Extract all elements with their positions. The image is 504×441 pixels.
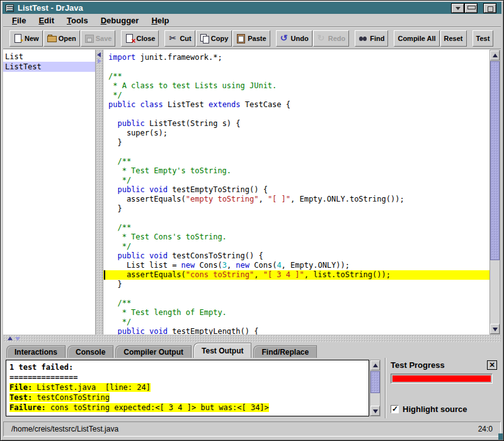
scrollbar-thumb[interactable] — [490, 61, 500, 260]
tab-find-replace[interactable]: Find/Replace — [253, 345, 317, 358]
file-list-item-listtest[interactable]: ListTest — [3, 62, 95, 72]
menu-item-file[interactable]: File — [6, 14, 32, 26]
drjava-window: ListTest - DrJava FileEditToolsDebuggerH… — [0, 0, 504, 441]
code-line-11[interactable] — [103, 147, 490, 157]
toolbar-button-paste[interactable]: Paste — [232, 30, 270, 47]
code-line-26[interactable] — [103, 289, 490, 299]
toolbar-button-cut[interactable]: Cut — [164, 30, 195, 47]
vertical-splitter[interactable] — [96, 50, 103, 335]
toolbar-button-redo[interactable]: Redo — [313, 30, 350, 47]
toolbar-button-label: Reset — [444, 35, 463, 42]
code-line-22[interactable]: public void testConsToString() { — [103, 251, 490, 261]
code-line-1[interactable]: import junit.framework.*; — [103, 53, 490, 62]
test-progress-title: Test Progress — [391, 360, 445, 370]
tab-interactions[interactable]: Interactions — [6, 345, 66, 358]
toolbar-button-test[interactable]: Test — [472, 30, 494, 47]
maximize-icon[interactable] — [464, 3, 478, 13]
horizontal-splitter[interactable] — [3, 335, 501, 343]
menu-item-help[interactable]: Help — [145, 14, 175, 26]
text-caret — [104, 270, 105, 280]
toolbar-button-copy[interactable]: Copy — [196, 30, 232, 47]
toolbar-button-label: Find — [370, 35, 384, 42]
toolbar-button-compile-all[interactable]: Compile All — [394, 30, 439, 47]
code-line-30[interactable]: public void testEmptyLength() { — [103, 327, 490, 335]
toolbar-button-undo[interactable]: Undo — [276, 30, 312, 47]
code-line-12[interactable]: /** — [103, 157, 490, 166]
status-bar: /home/creis/testsrc/ListTest.java 24:0 — [3, 421, 501, 437]
toolbar-button-open[interactable]: Open — [43, 30, 80, 47]
output-scrollbar[interactable] — [370, 360, 381, 416]
menu-item-tools[interactable]: Tools — [60, 14, 94, 26]
close-icon[interactable]: ✕ — [487, 360, 497, 370]
tab-compiler-output[interactable]: Compiler Output — [115, 345, 192, 358]
find-icon — [358, 34, 368, 43]
scroll-up-icon[interactable] — [370, 360, 380, 370]
code-line-21[interactable]: */ — [103, 242, 490, 251]
collapse-left-icon[interactable] — [97, 52, 101, 57]
title-bar[interactable]: ListTest - DrJava — [3, 2, 501, 14]
code-line-9[interactable]: super(s); — [103, 129, 490, 138]
toolbar-button-close[interactable]: Close — [121, 30, 159, 47]
menu-item-edit[interactable]: Edit — [32, 14, 60, 26]
resize-corner[interactable] — [498, 433, 503, 440]
close-file-icon — [125, 34, 134, 43]
expand-down-icon[interactable] — [15, 337, 20, 341]
code-line-2[interactable] — [103, 62, 490, 72]
scroll-down-icon[interactable] — [370, 406, 380, 416]
new-file-icon — [13, 34, 23, 43]
scroll-up-icon[interactable] — [490, 50, 500, 60]
window-menu-icon[interactable] — [6, 4, 14, 12]
test-output-line: Test: testConsToString — [9, 392, 365, 403]
toolbar-button-find[interactable]: Find — [355, 30, 388, 47]
toolbar-button-label: Save — [96, 35, 112, 42]
test-output-line: Failure: cons toString expected:<[ 3 4 ]… — [9, 403, 365, 413]
toolbar-button-save[interactable]: Save — [81, 30, 116, 47]
file-list[interactable]: ListListTest — [3, 50, 96, 335]
code-line-19[interactable]: /** — [103, 223, 490, 232]
code-line-4[interactable]: * A class to test Lists using JUnit. — [103, 81, 490, 91]
code-line-16[interactable]: assertEquals("empty toString", "[ ]", Em… — [103, 195, 490, 204]
collapse-up-icon[interactable] — [8, 336, 13, 340]
minimize-icon[interactable] — [451, 3, 464, 13]
editor-scrollbar[interactable] — [490, 50, 500, 335]
expand-right-icon[interactable] — [98, 59, 101, 64]
editor-code[interactable]: import junit.framework.*;/** * A class t… — [103, 50, 490, 335]
file-list-item-list[interactable]: List — [3, 52, 95, 62]
code-line-18[interactable] — [103, 214, 490, 223]
code-line-23[interactable]: List list = new Cons(3, new Cons(4, Empt… — [103, 261, 490, 270]
tab-test-output[interactable]: Test Output — [193, 343, 251, 358]
window-title: ListTest - DrJava — [18, 3, 83, 13]
highlight-source-checkbox[interactable] — [391, 405, 399, 413]
toolbar-button-new[interactable]: New — [9, 30, 43, 47]
code-line-3[interactable]: /** — [103, 72, 490, 81]
toolbar-button-label: Undo — [291, 35, 309, 42]
window-buttons — [451, 3, 496, 13]
highlight-source-label: Highlight source — [403, 404, 467, 414]
code-line-28[interactable]: * Test length of Empty. — [103, 308, 490, 318]
menu-item-debugger[interactable]: Debugger — [94, 14, 146, 26]
code-line-14[interactable]: */ — [103, 176, 490, 185]
scrollbar-thumb[interactable] — [370, 371, 380, 393]
tab-console[interactable]: Console — [67, 345, 113, 358]
code-line-6[interactable]: public class ListTest extends TestCase { — [103, 100, 490, 110]
code-line-25[interactable]: } — [103, 280, 490, 289]
code-line-24[interactable]: assertEquals("cons toString", "[ 3 4 ]",… — [103, 270, 490, 280]
code-line-17[interactable]: } — [103, 204, 490, 214]
code-line-20[interactable]: * Test Cons's toString. — [103, 232, 490, 242]
toolbar-button-reset[interactable]: Reset — [440, 30, 467, 47]
code-line-5[interactable]: */ — [103, 91, 490, 100]
toolbar-button-label: Open — [59, 35, 76, 42]
code-line-15[interactable]: public void testEmptyToString() { — [103, 185, 490, 195]
code-line-27[interactable]: /** — [103, 299, 490, 308]
code-line-29[interactable]: */ — [103, 318, 490, 327]
menu-bar: FileEditToolsDebuggerHelp — [3, 14, 501, 27]
toolbar-button-label: Redo — [328, 35, 346, 42]
code-line-8[interactable]: public ListTest(String s) { — [103, 119, 490, 129]
code-line-10[interactable]: } — [103, 138, 490, 147]
code-line-13[interactable]: * Test Empty's toString. — [103, 166, 490, 176]
status-file-path: /home/creis/testsrc/ListTest.java — [11, 425, 118, 433]
code-line-7[interactable] — [103, 110, 490, 119]
restore-icon[interactable] — [483, 3, 496, 13]
test-progress-bar — [391, 374, 493, 384]
scroll-down-icon[interactable] — [490, 324, 500, 334]
